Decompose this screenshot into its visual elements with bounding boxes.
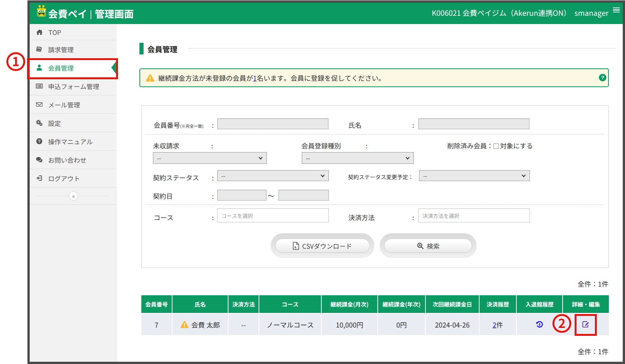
- svg-text:?: ?: [38, 139, 41, 143]
- svg-text:x: x: [295, 245, 297, 249]
- svg-text:?: ?: [601, 75, 604, 80]
